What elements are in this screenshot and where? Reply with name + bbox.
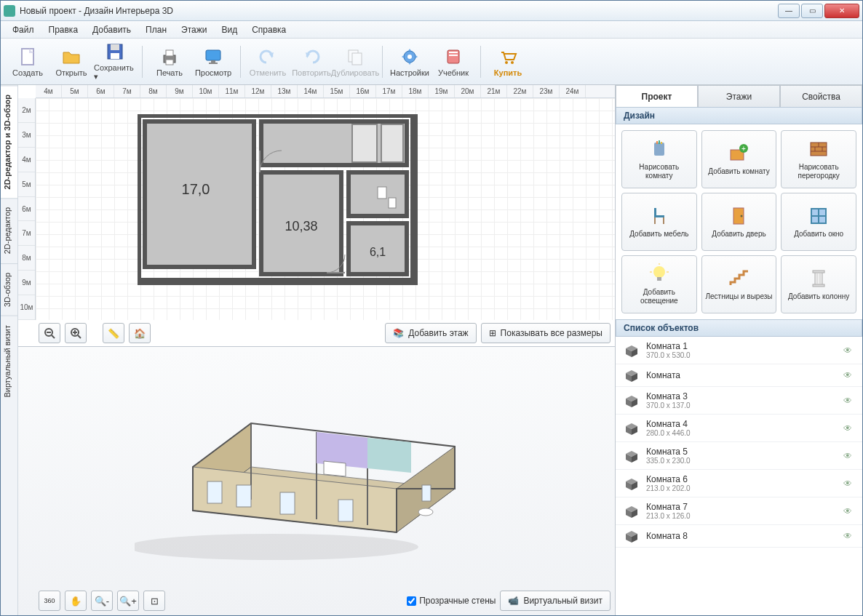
pan-button[interactable]: ✋ xyxy=(65,591,87,611)
svg-rect-9 xyxy=(211,60,215,63)
floor-plan[interactable]: 17,0 10,38 6,1 xyxy=(138,114,429,296)
list-item[interactable]: Комната 3370.0 x 137.0👁 xyxy=(616,387,862,415)
view-2d: 4м5м6м7м8м9м10м11м12м13м14м15м16м17м18м1… xyxy=(18,85,615,347)
menu-Справка[interactable]: Справка xyxy=(246,23,292,37)
list-item[interactable]: Комната 6213.0 x 202.0👁 xyxy=(616,470,862,497)
add-light-button[interactable]: Добавить освещение xyxy=(621,255,697,313)
create-button[interactable]: Создать xyxy=(7,41,49,82)
cube-icon xyxy=(623,449,640,463)
titlebar: Новый проект - Дизайн Интерьера 3D — ▭ ✕ xyxy=(1,1,862,21)
side-tab-2[interactable]: 3D-обзор xyxy=(1,263,17,316)
object-list[interactable]: Комната 1370.0 x 530.0👁Комната👁Комната 3… xyxy=(616,337,862,615)
rotate-360-button[interactable]: 360 xyxy=(39,591,60,611)
add-furniture-button[interactable]: Добавить мебель xyxy=(621,193,697,251)
column-icon xyxy=(808,268,830,289)
view-2d-toolbar: 📏 🏠 📚Добавить этаж ⊞Показывать все разме… xyxy=(39,323,611,343)
add-column-button[interactable]: Добавить колонну xyxy=(781,255,856,313)
window-icon xyxy=(808,205,830,227)
list-item[interactable]: Комната 1370.0 x 530.0👁 xyxy=(616,337,862,364)
visibility-icon[interactable]: 👁 xyxy=(843,345,855,356)
menu-Файл[interactable]: Файл xyxy=(7,23,40,37)
menu-Правка[interactable]: Правка xyxy=(43,23,84,37)
zoom-out-3d-button[interactable]: 🔍- xyxy=(91,591,113,611)
zoom-in-button[interactable] xyxy=(65,323,87,343)
tab-Проект[interactable]: Проект xyxy=(616,85,698,107)
render-3d xyxy=(135,380,498,583)
ruler-horizontal: 4м5м6м7м8м9м10м11м12м13м14м15м16м17м18м1… xyxy=(36,85,615,98)
draw-wall-button[interactable]: Нарисовать перегородку xyxy=(781,130,856,188)
menu-Вид[interactable]: Вид xyxy=(215,23,243,37)
minimize-button[interactable]: — xyxy=(778,4,800,18)
virtual-visit-button[interactable]: 📹Виртуальный визит xyxy=(500,591,611,611)
svg-rect-62 xyxy=(654,143,664,156)
tab-Этажи[interactable]: Этажи xyxy=(698,85,780,107)
home-button[interactable]: 🏠 xyxy=(129,323,151,343)
add-room-button[interactable]: +Добавить комнату xyxy=(701,130,777,188)
tab-Свойства[interactable]: Свойства xyxy=(780,85,862,107)
list-item[interactable]: Комната 7213.0 x 126.0👁 xyxy=(616,497,862,525)
svg-point-16 xyxy=(407,55,412,59)
list-item[interactable]: Комната 4280.0 x 446.0👁 xyxy=(616,415,862,442)
dims-icon: ⊞ xyxy=(489,328,496,338)
list-item[interactable]: Комната 8👁 xyxy=(616,525,862,548)
svg-rect-85 xyxy=(657,277,661,281)
cube-icon xyxy=(623,394,640,407)
zoom-in-3d-button[interactable]: 🔍+ xyxy=(117,591,139,611)
camera-icon: 📹 xyxy=(508,596,519,606)
draw-room-button[interactable]: Нарисовать комнату xyxy=(621,130,697,188)
menu-Добавить[interactable]: Добавить xyxy=(87,23,137,37)
visibility-icon[interactable]: 👁 xyxy=(843,506,855,516)
close-button[interactable]: ✕ xyxy=(824,4,859,18)
add-window-button[interactable]: Добавить окно xyxy=(781,193,856,251)
menu-Этажи[interactable]: Этажи xyxy=(175,23,212,37)
visibility-icon[interactable]: 👁 xyxy=(843,370,855,380)
duplicate-button: Дублировать xyxy=(334,41,376,82)
show-dimensions-button[interactable]: ⊞Показывать все размеры xyxy=(481,323,611,343)
plan-canvas[interactable]: 17,0 10,38 6,1 xyxy=(36,98,615,320)
cube-icon xyxy=(623,529,640,543)
side-tab-0[interactable]: 2D-редактор и 3D-обзор xyxy=(1,85,17,198)
cube-icon xyxy=(623,422,640,435)
svg-point-60 xyxy=(418,508,433,516)
svg-rect-28 xyxy=(352,124,377,162)
open-button[interactable]: Открыть xyxy=(50,41,92,82)
zoom-out-button[interactable] xyxy=(39,323,60,343)
svg-rect-58 xyxy=(422,485,431,501)
buy-button[interactable]: Купить xyxy=(487,41,529,82)
view-3d[interactable]: 360 ✋ 🔍- 🔍+ ⊡ Прозрачные стены 📹Виртуаль… xyxy=(18,347,615,615)
visibility-icon[interactable]: 👁 xyxy=(843,479,855,489)
tutorial-button[interactable]: Учебник xyxy=(432,41,474,82)
side-tab-3[interactable]: Виртуальный визит xyxy=(1,316,17,407)
redo-icon xyxy=(301,47,322,67)
add-floor-button[interactable]: 📚Добавить этаж xyxy=(385,323,476,343)
svg-rect-19 xyxy=(449,55,458,56)
side-tab-1[interactable]: 2D-редактор xyxy=(1,198,17,263)
cube-icon xyxy=(623,505,640,518)
transparent-walls-checkbox[interactable]: Прозрачные стены xyxy=(407,596,496,606)
list-item[interactable]: Комната👁 xyxy=(616,364,862,387)
svg-rect-29 xyxy=(381,124,403,162)
visibility-icon[interactable]: 👁 xyxy=(843,423,855,433)
maximize-button[interactable]: ▭ xyxy=(801,4,823,18)
stairs-button[interactable]: Лестницы и вырезы xyxy=(701,255,777,313)
add-door-button[interactable]: Добавить дверь xyxy=(701,193,777,251)
preview-button[interactable]: Просмотр xyxy=(192,41,234,82)
svg-point-21 xyxy=(511,61,514,64)
measure-button[interactable]: 📏 xyxy=(103,323,124,343)
visibility-icon[interactable]: 👁 xyxy=(843,396,855,406)
window-title: Новый проект - Дизайн Интерьера 3D xyxy=(20,6,778,16)
zoom-fit-button[interactable]: ⊡ xyxy=(143,591,165,611)
app-icon xyxy=(4,5,15,17)
menu-План[interactable]: План xyxy=(140,23,172,37)
visibility-icon[interactable]: 👁 xyxy=(843,531,855,541)
list-item[interactable]: Комната 5335.0 x 230.0👁 xyxy=(616,442,862,470)
svg-text:6,1: 6,1 xyxy=(370,246,386,258)
svg-rect-18 xyxy=(449,52,458,53)
visibility-icon[interactable]: 👁 xyxy=(843,451,855,461)
canvas-column: 4м5м6м7м8м9м10м11м12м13м14м15м16м17м18м1… xyxy=(18,85,615,615)
svg-rect-89 xyxy=(815,272,822,285)
svg-rect-8 xyxy=(206,50,220,60)
settings-button[interactable]: Настройки xyxy=(389,41,431,82)
save-button[interactable]: Сохранить ▾ xyxy=(94,41,136,82)
print-button[interactable]: Печать xyxy=(148,41,191,82)
